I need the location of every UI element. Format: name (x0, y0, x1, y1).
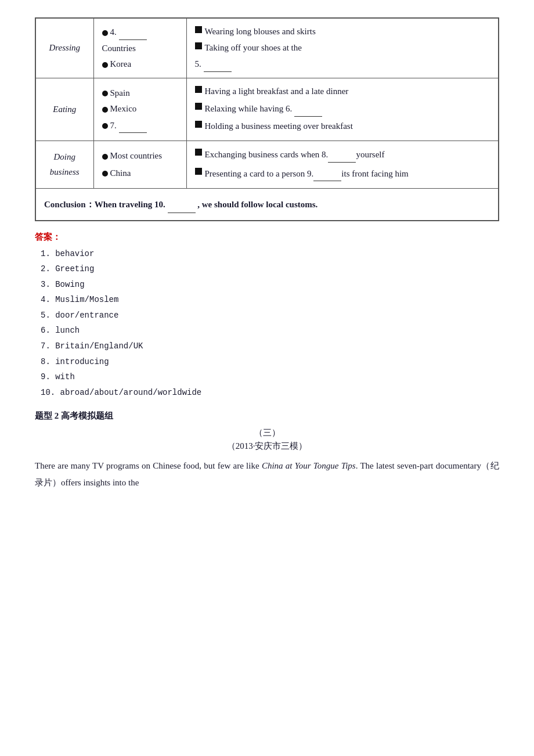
category-line2: business (44, 165, 85, 180)
blank-10 (168, 196, 196, 213)
subtitle2: （2013·安庆市三模） (35, 441, 499, 452)
countries-business: Most countries China (93, 141, 186, 189)
answer-item-5: 5. door/entrance (41, 308, 499, 323)
answer-item-4: 4. Muslim/Moslem (41, 292, 499, 308)
customs-table: Dressing 4. Countries Korea Wearing long… (35, 17, 499, 221)
blank-number: 5. (195, 59, 204, 69)
square-icon (195, 168, 202, 175)
answer-item-8: 8. introducing (41, 354, 499, 370)
category-eating: Eating (35, 78, 93, 141)
bullet-icon (102, 171, 108, 177)
square-icon (195, 121, 202, 128)
conclusion-cell: Conclusion：When traveling 10. , we shoul… (35, 189, 499, 221)
answer-item-10: 10. abroad/about/around/worldwide (41, 385, 499, 401)
bullet-icon (102, 107, 108, 113)
blank-5 (204, 56, 232, 72)
custom-text: Having a light breakfast and a late dinn… (205, 84, 349, 99)
answer-item-9: 9. with (41, 369, 499, 385)
blank-6 (294, 101, 322, 117)
square-icon (195, 26, 202, 33)
bullet-icon (102, 30, 108, 36)
table-row-dressing: Dressing 4. Countries Korea Wearing long… (35, 18, 499, 78)
custom-text: Holding a business meeting over breakfas… (205, 119, 353, 134)
answer-section: 答案： 1. behavior 2. Greeting 3. Bowing 4.… (35, 232, 499, 401)
square-icon (195, 42, 202, 49)
blank-8 (328, 147, 356, 163)
answer-item-2: 2. Greeting (41, 261, 499, 277)
conclusion-text: Conclusion：When traveling 10. , we shoul… (44, 200, 317, 209)
square-icon (195, 86, 202, 93)
answer-item-7: 7. Britain/England/UK (41, 339, 499, 354)
square-icon (195, 103, 202, 110)
italic-title: China at Your Tongue Tips (262, 461, 356, 470)
customs-eating: Having a light breakfast and a late dinn… (186, 78, 499, 141)
square-icon (195, 149, 202, 156)
customs-business: Exchanging business cards when 8. yourse… (186, 141, 499, 189)
subtitle1: （三） (35, 427, 499, 438)
custom-text: Relaxing while having 6. (205, 101, 323, 117)
custom-text: Taking off your shoes at the (205, 41, 302, 56)
blank-4 (119, 24, 147, 40)
intro-paragraph: There are many TV programs on Chinese fo… (35, 458, 499, 491)
topic-heading: 题型 2 高考模拟题组 (35, 411, 499, 422)
answer-list: 1. behavior 2. Greeting 3. Bowing 4. Mus… (35, 246, 499, 401)
answer-item-1: 1. behavior (41, 246, 499, 262)
custom-text: Wearing long blouses and skirts (205, 24, 316, 39)
countries-dressing: 4. Countries Korea (93, 18, 186, 78)
category-line1: Doing (44, 150, 85, 165)
category-dressing: Dressing (35, 18, 93, 78)
category-business: Doing business (35, 141, 93, 189)
bullet-icon (102, 91, 108, 96)
answer-label: 答案： (35, 232, 499, 243)
para-text-1: There are many TV programs on Chinese fo… (35, 461, 262, 470)
custom-text: Presenting a card to a person 9. its fro… (205, 166, 409, 182)
answer-item-6: 6. lunch (41, 323, 499, 339)
bullet-icon (102, 62, 108, 68)
customs-dressing: Wearing long blouses and skirts Taking o… (186, 18, 499, 78)
blank-9 (313, 166, 341, 182)
table-row-eating: Eating Spain Mexico 7. Having a light br… (35, 78, 499, 141)
countries-eating: Spain Mexico 7. (93, 78, 186, 141)
blank-7 (119, 118, 147, 134)
answer-item-3: 3. Bowing (41, 277, 499, 293)
custom-text: Exchanging business cards when 8. yourse… (205, 147, 385, 163)
table-row-conclusion: Conclusion：When traveling 10. , we shoul… (35, 189, 499, 221)
bullet-icon (102, 154, 108, 160)
bullet-icon (102, 123, 108, 129)
table-row-business: Doing business Most countries China Exch… (35, 141, 499, 189)
